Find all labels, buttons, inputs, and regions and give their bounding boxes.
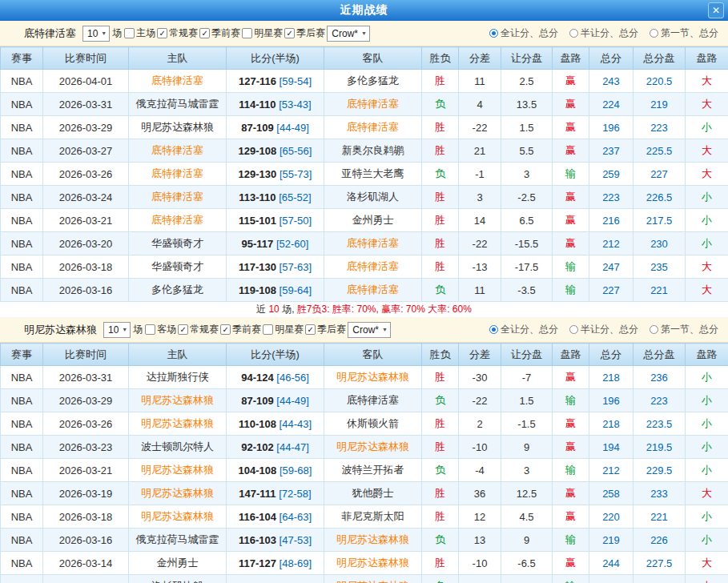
half-score: [59-64] (280, 284, 312, 296)
home-team-cell: 明尼苏达森林狼 (129, 389, 227, 412)
column-header: 总分盘 (633, 47, 686, 70)
radio-icon[interactable] (650, 29, 658, 38)
filter-radio[interactable]: 第一节、总分 (650, 26, 718, 40)
total-points-cell: 194 (589, 436, 633, 459)
column-header: 比分(半场) (227, 47, 324, 70)
handicap-result-cell: 赢 (553, 209, 589, 232)
recent-games-table: 赛事比赛时间主队比分(半场)客队胜负分差让分盘盘路总分总分盘盘路 NBA2026… (0, 46, 728, 302)
handicap-result-cell: 赢 (553, 186, 589, 209)
half-score: [72-58] (279, 488, 311, 500)
filter-checkbox[interactable]: 明星赛 (263, 323, 304, 336)
filter-radio[interactable]: 全让分、总分 (489, 26, 558, 40)
win-loss-cell: 胜 (422, 232, 459, 255)
games-count-select[interactable]: 10 ▼ (103, 322, 131, 338)
total-line-cell: 226.5 (633, 186, 686, 209)
handicap-line-cell: 9 (501, 529, 553, 552)
total-points-cell: 224 (589, 93, 633, 116)
column-header: 盘路 (686, 47, 728, 70)
filter-radio[interactable]: 第一节、总分 (650, 323, 718, 336)
filter-radio[interactable]: 半让分、总分 (569, 26, 638, 40)
away-team-cell: 底特律活塞 (324, 116, 422, 139)
handicap-result-cell: 赢 (553, 139, 589, 163)
away-team-cell: 底特律活塞 (324, 232, 422, 255)
point-diff-cell: 21 (459, 139, 501, 163)
handicap-line-cell: -15.5 (501, 232, 553, 255)
checkbox-icon[interactable]: ✓ (199, 28, 210, 38)
home-team-cell: 达拉斯独行侠 (129, 366, 227, 389)
checkbox-icon[interactable]: ✓ (284, 28, 295, 38)
filter-checkbox[interactable]: 客场 (145, 323, 176, 336)
handicap-result-cell: 赢 (553, 116, 589, 139)
filter-bar: 底特律活塞 10 ▼ 场 主场✓常规赛✓季前赛明星赛✓季后赛 Crow* ▼ 全… (0, 21, 728, 46)
column-header: 让分盘 (501, 47, 553, 70)
total-line-cell: 227 (633, 163, 686, 186)
column-header: 盘路 (686, 344, 728, 366)
close-button[interactable]: ✕ (708, 2, 724, 18)
total-line-cell: 219 (633, 93, 686, 116)
filter-checkbox[interactable]: ✓季前赛 (199, 26, 240, 40)
checkbox-icon[interactable]: ✓ (178, 324, 188, 335)
filter-checkbox[interactable]: ✓常规赛 (178, 323, 219, 336)
filter-checkbox-group: 主场✓常规赛✓季前赛明星赛✓季后赛 (124, 26, 327, 40)
game-row: NBA2026-03-21明尼苏达森林狼104-108 [59-68]波特兰开拓… (1, 459, 728, 482)
over-under-cell: 大 (686, 93, 728, 116)
checkbox-icon[interactable] (124, 28, 135, 38)
date-cell: 2026-03-19 (43, 482, 129, 505)
checkbox-icon[interactable]: ✓ (305, 324, 316, 335)
checkbox-icon[interactable]: ✓ (157, 28, 167, 38)
over-under-cell: 大 (686, 163, 728, 186)
total-line-cell: 235 (633, 255, 686, 279)
date-cell: 2026-03-16 (43, 529, 129, 552)
filter-checkbox[interactable]: ✓季后赛 (305, 323, 346, 336)
table-header-row: 赛事比赛时间主队比分(半场)客队胜负分差让分盘盘路总分总分盘盘路 (1, 344, 728, 366)
home-team-cell: 明尼苏达森林狼 (129, 412, 227, 436)
away-team-cell: 底特律活塞 (324, 279, 422, 302)
radio-icon[interactable] (650, 325, 658, 334)
league-cell: NBA (1, 163, 43, 186)
filter-checkbox[interactable]: 明星赛 (242, 26, 283, 40)
radio-icon[interactable] (489, 325, 498, 334)
games-count-select[interactable]: 10 ▼ (82, 26, 110, 42)
point-diff-cell: 2 (459, 412, 501, 436)
point-diff-cell: 11 (459, 70, 501, 93)
games-count-value: 10 (108, 324, 119, 336)
handicap-line-cell: 12.5 (501, 575, 553, 583)
filter-checkbox[interactable]: ✓季后赛 (284, 26, 325, 40)
game-row: NBA2026-03-29明尼苏达森林狼87-109 [44-49]底特律活塞胜… (1, 116, 728, 139)
handicap-result-cell: 输 (553, 279, 589, 302)
odds-company-select[interactable]: Crow* ▼ (348, 322, 391, 338)
radio-icon[interactable] (569, 325, 578, 334)
radio-icon[interactable] (489, 29, 498, 38)
away-team-cell: 明尼苏达森林狼 (324, 436, 422, 459)
filter-radio[interactable]: 半让分、总分 (569, 323, 638, 336)
filter-radio-group: 全让分、总分半让分、总分第一节、总分 (489, 26, 718, 40)
filter-checkbox[interactable]: 主场 (124, 26, 155, 40)
win-loss-cell: 负 (422, 163, 459, 186)
total-line-cell: 221 (633, 505, 686, 529)
checkbox-icon[interactable]: ✓ (220, 324, 231, 335)
checkbox-icon[interactable] (242, 28, 252, 38)
handicap-line-cell: 3 (501, 163, 553, 186)
filter-radio[interactable]: 全让分、总分 (489, 323, 558, 336)
home-team-cell: 明尼苏达森林狼 (129, 116, 227, 139)
handicap-result-cell: 赢 (553, 366, 589, 389)
checkbox-icon[interactable] (263, 324, 273, 335)
column-header: 主队 (129, 344, 227, 366)
filter-checkbox[interactable]: ✓常规赛 (157, 26, 198, 40)
odds-company-select[interactable]: Crow* ▼ (327, 26, 370, 42)
radio-icon[interactable] (569, 29, 578, 38)
games-count-value: 10 (87, 28, 98, 39)
score-cell: 147-111 [72-58] (227, 482, 324, 505)
handicap-result-cell: 输 (553, 163, 589, 186)
filter-checkbox[interactable]: ✓季前赛 (220, 323, 261, 336)
win-loss-cell: 负 (422, 459, 459, 482)
score-cell: 92-102 [44-47] (227, 436, 324, 459)
games-suffix-label: 场 (133, 323, 143, 336)
checkbox-icon[interactable] (145, 324, 155, 335)
win-loss-cell: 胜 (422, 209, 459, 232)
game-row: NBA2026-03-16俄克拉荷马城雷霆116-103 [47-53]明尼苏达… (1, 529, 728, 552)
half-score: [48-69] (280, 557, 312, 569)
home-team-cell: 明尼苏达森林狼 (129, 505, 227, 529)
column-header: 胜负 (422, 344, 459, 366)
game-row: NBA2026-03-18明尼苏达森林狼116-104 [64-63]菲尼克斯太… (1, 505, 728, 529)
